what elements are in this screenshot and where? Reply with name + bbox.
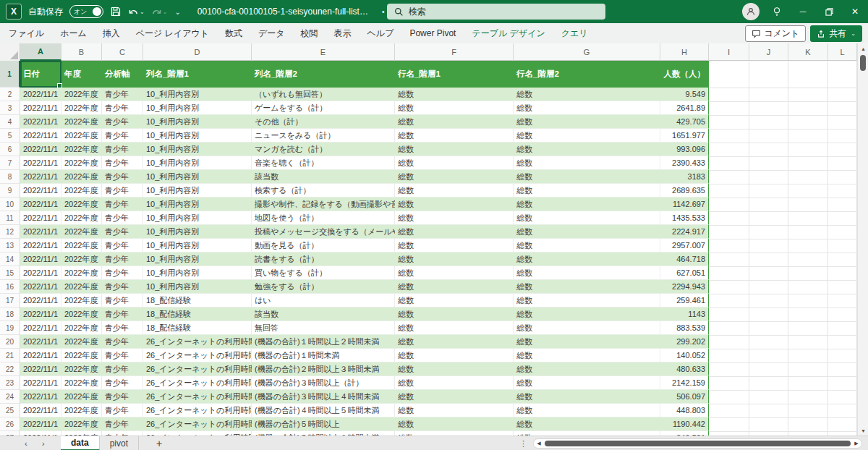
cell[interactable]: 総数 <box>395 349 514 362</box>
cell[interactable]: 総数 <box>395 115 514 129</box>
cell[interactable]: 2022/11/1 <box>20 252 61 266</box>
add-sheet-button[interactable]: + <box>150 436 168 450</box>
row-number-10[interactable]: 10 <box>0 198 20 211</box>
cell[interactable]: 2957.007 <box>660 239 709 252</box>
cell[interactable]: 10_利用内容別 <box>143 115 252 129</box>
account-button[interactable] <box>738 0 764 23</box>
cell[interactable]: 総数 <box>514 266 660 280</box>
cell[interactable]: (機器の合計)５時間以上 <box>252 417 395 431</box>
cell[interactable]: （いずれも無回答） <box>252 88 395 101</box>
select-all-corner[interactable] <box>0 43 20 61</box>
cell[interactable]: 2022/11/1 <box>20 321 61 335</box>
cell[interactable]: 総数 <box>395 211 514 225</box>
cell[interactable]: 総数 <box>395 362 514 376</box>
cell[interactable]: 10_利用内容別 <box>143 198 252 211</box>
row-number-25[interactable]: 25 <box>0 404 20 417</box>
cell[interactable]: 2022/11/1 <box>20 376 61 390</box>
cell[interactable]: 2022年度 <box>61 252 102 266</box>
cell[interactable]: 列名_階層1 <box>143 61 252 88</box>
cell[interactable]: 青少年 <box>102 349 143 362</box>
cell[interactable]: 青少年 <box>102 252 143 266</box>
column-header-F[interactable]: F <box>395 43 514 61</box>
cell[interactable]: 10_利用内容別 <box>143 88 252 101</box>
cell[interactable]: 青少年 <box>102 88 143 101</box>
cell[interactable]: 2022/11/1 <box>20 143 61 156</box>
cell[interactable]: 総数 <box>514 376 660 390</box>
column-header-C[interactable]: C <box>102 43 143 61</box>
cell[interactable]: 3183 <box>660 170 709 184</box>
cell[interactable]: 総数 <box>514 239 660 252</box>
cell[interactable]: 検索する（計） <box>252 184 395 198</box>
column-header-E[interactable]: E <box>252 43 395 61</box>
cell[interactable]: 該当数 <box>252 307 395 321</box>
cell[interactable]: 買い物をする（計） <box>252 266 395 280</box>
cell[interactable]: 総数 <box>395 417 514 431</box>
cell[interactable]: 2142.159 <box>660 376 709 390</box>
row-number-11[interactable]: 11 <box>0 211 20 225</box>
cell[interactable]: 総数 <box>395 307 514 321</box>
cell[interactable]: 2224.917 <box>660 225 709 239</box>
cell[interactable]: 1190.442 <box>660 417 709 431</box>
ribbon-tab-ホーム[interactable]: ホーム <box>60 27 87 40</box>
cell[interactable]: 26_インターネットの利用時間 <box>143 335 252 349</box>
cell[interactable]: 2022年度 <box>61 349 102 362</box>
cell[interactable]: 青少年 <box>102 417 143 431</box>
cell[interactable]: 259.461 <box>660 294 709 307</box>
cell[interactable]: 26_インターネットの利用時間 <box>143 390 252 404</box>
empty-columns-area[interactable] <box>709 61 857 436</box>
cell[interactable]: 青少年 <box>102 404 143 417</box>
cell[interactable]: 総数 <box>514 349 660 362</box>
row-number-8[interactable]: 8 <box>0 170 20 184</box>
cell[interactable]: ゲームをする（計） <box>252 101 395 115</box>
cell[interactable]: 総数 <box>395 88 514 101</box>
restore-button[interactable] <box>816 0 842 23</box>
cell[interactable]: 506.097 <box>660 390 709 404</box>
cell[interactable]: 2022年度 <box>61 294 102 307</box>
cell[interactable]: 2390.433 <box>660 156 709 170</box>
cell[interactable]: 総数 <box>395 294 514 307</box>
cell[interactable]: 総数 <box>395 198 514 211</box>
cell[interactable]: 2022/11/1 <box>20 335 61 349</box>
cell[interactable]: 勉強をする（計） <box>252 280 395 294</box>
cell[interactable]: 2022/11/1 <box>20 184 61 198</box>
cell[interactable]: (機器の合計)３時間以上４時間未満 <box>252 390 395 404</box>
cell[interactable]: 10_利用内容別 <box>143 129 252 143</box>
cell[interactable]: 2022/11/1 <box>20 280 61 294</box>
cell[interactable]: 2022/11/1 <box>20 390 61 404</box>
cell[interactable]: 10_利用内容別 <box>143 239 252 252</box>
tab-splitter-handle[interactable]: ⋮ <box>519 436 527 450</box>
cell[interactable]: 2022/11/1 <box>20 225 61 239</box>
cell[interactable]: 2022/11/1 <box>20 156 61 170</box>
cell[interactable]: (機器の合計)３時間以上（計） <box>252 376 395 390</box>
cell[interactable]: 総数 <box>514 321 660 335</box>
cell[interactable]: 総数 <box>395 335 514 349</box>
row-number-13[interactable]: 13 <box>0 239 20 252</box>
cell[interactable]: 読書をする（計） <box>252 252 395 266</box>
cell[interactable]: 2022年度 <box>61 88 102 101</box>
close-button[interactable]: ✕ <box>842 0 868 23</box>
cell[interactable]: 総数 <box>514 404 660 417</box>
cell[interactable]: 18_配信経験 <box>143 307 252 321</box>
cell[interactable]: 10_利用内容別 <box>143 143 252 156</box>
cell[interactable]: 行名_階層2 <box>514 61 660 88</box>
cell[interactable]: 429.705 <box>660 115 709 129</box>
cell[interactable]: 18_配信経験 <box>143 294 252 307</box>
cell[interactable]: 総数 <box>395 239 514 252</box>
column-header-J[interactable]: J <box>749 43 788 61</box>
cell[interactable]: 2022/11/1 <box>20 307 61 321</box>
row-number-16[interactable]: 16 <box>0 280 20 294</box>
cell[interactable]: 青少年 <box>102 129 143 143</box>
cell[interactable]: その他（計） <box>252 115 395 129</box>
cell[interactable]: 総数 <box>514 211 660 225</box>
cell[interactable]: 青少年 <box>102 143 143 156</box>
cell[interactable]: 無回答 <box>252 321 395 335</box>
comments-button[interactable]: コメント <box>745 25 806 42</box>
row-number-22[interactable]: 22 <box>0 362 20 376</box>
cell[interactable]: 行名_階層1 <box>395 61 514 88</box>
cell[interactable]: 総数 <box>514 115 660 129</box>
cell[interactable]: 10_利用内容別 <box>143 280 252 294</box>
cell[interactable]: 2022年度 <box>61 129 102 143</box>
cell[interactable]: 2022年度 <box>61 184 102 198</box>
ribbon-tab-データ[interactable]: データ <box>258 27 285 40</box>
cell[interactable]: 総数 <box>514 417 660 431</box>
